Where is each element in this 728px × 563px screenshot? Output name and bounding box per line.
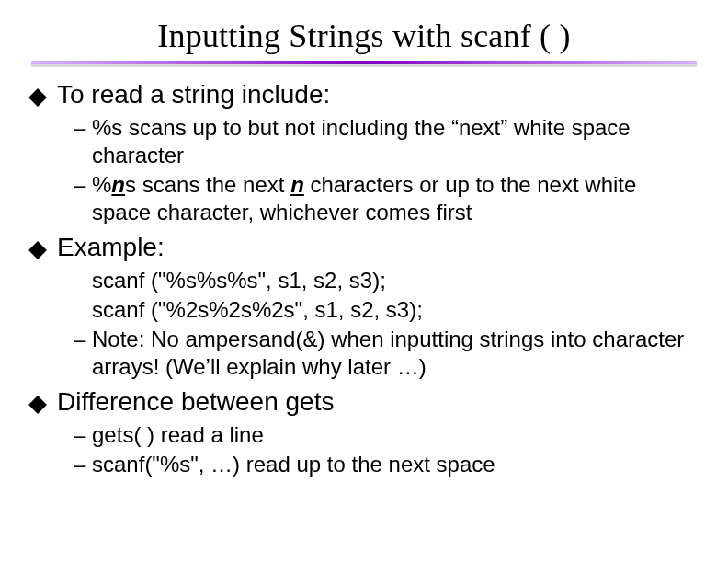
sub-item: – gets( ) read a line [74,421,697,449]
code-line: scanf ("%s%s%s", s1, s2, s3); [92,268,386,293]
sub-text-part: s scans the next [125,172,290,197]
code-line: scanf ("%2s%2s%2s", s1, s2, s3); [92,297,423,322]
slide-body: To read a string include: – %s scans up … [31,79,697,478]
sub-text: – scanf("%s", …) read up to the next spa… [74,452,495,477]
sub-text: – gets( ) read a line [74,422,264,447]
bullet-text: Example: [57,232,165,263]
sub-text-part: – % [74,172,111,197]
sub-item: – scanf("%s", …) read up to the next spa… [74,451,697,478]
sub-item: – %ns scans the next n characters or up … [74,171,697,226]
sub-text-n: n [290,172,304,197]
slide-title: Inputting Strings with scanf ( ) [31,17,697,55]
sub-item: – %s scans up to but not including the “… [74,114,697,169]
sub-text-n: n [111,172,125,197]
title-divider [31,61,697,68]
bullet-text: To read a string include: [57,79,330,110]
slide: Inputting Strings with scanf ( ) To read… [0,0,728,563]
bullet-item: Example: [31,232,697,265]
diamond-icon [31,236,57,266]
bullet-text: Difference between gets [57,386,334,418]
sub-item: – Note: No ampersand(&) when inputting s… [74,326,697,381]
diamond-icon [31,84,57,113]
divider-shadow [31,64,697,67]
bullet-item: Difference between gets [31,386,697,419]
sub-item-code: scanf ("%s%s%s", s1, s2, s3); [74,267,697,294]
sub-text: – Note: No ampersand(&) when inputting s… [74,327,684,379]
sub-text: – %s scans up to but not including the “… [74,115,631,167]
sub-item-code: scanf ("%2s%2s%2s", s1, s2, s3); [74,296,697,324]
bullet-item: To read a string include: [31,79,697,112]
diamond-icon [31,391,57,420]
